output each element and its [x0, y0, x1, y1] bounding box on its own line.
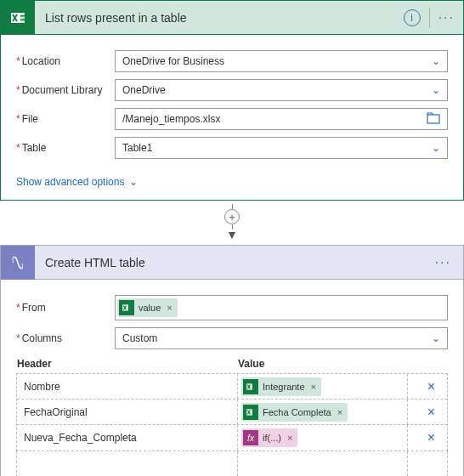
excel-icon: [1, 1, 35, 35]
svg-rect-1: [20, 13, 25, 15]
flow-connector: + ▼: [0, 201, 464, 245]
token-remove-icon[interactable]: ×: [167, 303, 172, 313]
header-cell[interactable]: Nueva_Fecha_Completa: [17, 425, 238, 450]
column-mapping-table: Nombre Integrante × × FechaOriginal Fech…: [16, 373, 448, 451]
columns-select[interactable]: Custom ⌄: [115, 327, 448, 349]
card-body: *Location OneDrive for Business ⌄ *Docum…: [1, 35, 463, 200]
svg-rect-3: [20, 20, 25, 23]
data-ops-icon: {}: [1, 246, 35, 280]
doclib-row: *Document Library OneDrive ⌄: [16, 79, 448, 101]
table-row-input: *Table Table1 ⌄: [16, 137, 448, 159]
token-remove-icon[interactable]: ×: [311, 382, 316, 392]
file-picker[interactable]: /Manejo_tiempos.xlsx: [115, 108, 448, 130]
excel-icon: [243, 379, 258, 394]
info-icon[interactable]: i: [404, 9, 421, 26]
show-advanced-link[interactable]: Show advanced options ⌄: [16, 176, 138, 188]
chevron-down-icon: ⌄: [432, 142, 440, 154]
location-label: *Location: [16, 55, 115, 67]
file-row: *File /Manejo_tiempos.xlsx: [16, 108, 448, 130]
svg-text:}: }: [21, 263, 24, 269]
table-label: *Table: [16, 142, 115, 154]
value-cell[interactable]: Fecha Completa ×: [238, 400, 408, 424]
svg-rect-2: [20, 16, 25, 19]
value-column-label: Value: [238, 358, 447, 370]
doclib-select[interactable]: OneDrive ⌄: [115, 79, 448, 101]
fx-icon: fx: [243, 430, 258, 445]
token-integrante[interactable]: Integrante ×: [241, 377, 321, 396]
delete-row-button[interactable]: ×: [427, 379, 435, 394]
token-remove-icon[interactable]: ×: [287, 433, 292, 443]
table-value: Table1: [122, 142, 152, 154]
value-cell[interactable]: Integrante ×: [238, 374, 408, 399]
card-header[interactable]: {} Create HTML table ···: [1, 246, 463, 280]
card-body: *From value × *Columns Custom ⌄ Header V…: [1, 280, 463, 476]
token-remove-icon[interactable]: ×: [337, 407, 342, 417]
mapping-row: FechaOriginal Fecha Completa × ×: [17, 400, 447, 425]
header-cell[interactable]: FechaOriginal: [17, 400, 238, 424]
columns-label: *Columns: [16, 332, 115, 344]
from-input[interactable]: value ×: [115, 295, 448, 320]
excel-icon: [119, 300, 134, 315]
header-column-label: Header: [17, 358, 238, 370]
delete-row-button[interactable]: ×: [427, 430, 435, 445]
doclib-value: OneDrive: [122, 84, 166, 96]
mapping-header: Header Value: [16, 358, 448, 370]
header-cell[interactable]: Nombre: [17, 374, 238, 399]
arrow-down-icon: ▼: [226, 228, 238, 241]
value-cell[interactable]: fx if(...) ×: [238, 425, 408, 450]
from-label: *From: [16, 302, 115, 314]
excel-icon: [243, 405, 258, 420]
file-value: /Manejo_tiempos.xlsx: [122, 113, 220, 125]
folder-icon[interactable]: [427, 112, 440, 127]
doclib-label: *Document Library: [16, 84, 115, 96]
chevron-down-icon: ⌄: [432, 332, 440, 344]
token-value[interactable]: value ×: [117, 298, 178, 317]
html-table-action-card: {} Create HTML table ··· *From value × *…: [0, 245, 464, 476]
columns-row: *Columns Custom ⌄: [16, 327, 448, 349]
columns-value: Custom: [122, 332, 157, 344]
more-menu-icon[interactable]: ···: [423, 255, 463, 270]
location-select[interactable]: OneDrive for Business ⌄: [115, 50, 448, 72]
svg-rect-4: [427, 115, 439, 123]
location-row: *Location OneDrive for Business ⌄: [16, 50, 448, 72]
location-value: OneDrive for Business: [122, 55, 224, 67]
more-menu-icon[interactable]: ···: [430, 10, 463, 26]
chevron-down-icon: ⌄: [432, 84, 440, 96]
chevron-down-icon: ⌄: [129, 176, 138, 188]
chevron-down-icon: ⌄: [432, 55, 440, 67]
token-fecha[interactable]: Fecha Completa ×: [241, 403, 348, 422]
mapping-row: Nombre Integrante × ×: [17, 374, 447, 400]
delete-row-button[interactable]: ×: [427, 405, 435, 420]
table-select[interactable]: Table1 ⌄: [115, 137, 448, 159]
empty-mapping-row[interactable]: [16, 451, 448, 476]
file-label: *File: [16, 113, 115, 125]
excel-action-card: List rows present in a table i ··· *Loca…: [0, 0, 464, 201]
card-header[interactable]: List rows present in a table i ···: [1, 1, 463, 35]
card-title: Create HTML table: [35, 256, 423, 269]
card-title: List rows present in a table: [35, 11, 404, 25]
from-row: *From value ×: [16, 295, 448, 320]
mapping-row: Nueva_Fecha_Completa fx if(...) × ×: [17, 425, 447, 450]
token-expression[interactable]: fx if(...) ×: [241, 428, 297, 447]
add-step-button[interactable]: +: [224, 209, 240, 224]
